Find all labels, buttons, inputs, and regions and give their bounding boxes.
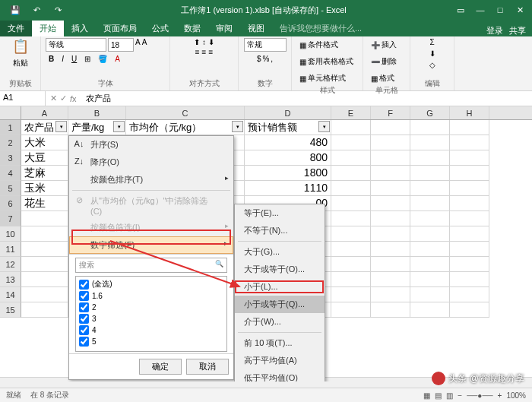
share-button[interactable]: 共享 — [509, 25, 526, 36]
ok-button[interactable]: 确定 — [139, 359, 182, 375]
cell[interactable] — [331, 287, 371, 302]
fx-icon[interactable]: fx — [70, 94, 77, 103]
cell[interactable]: 480 — [245, 135, 331, 150]
col-header[interactable]: B — [68, 106, 126, 119]
number-filter-item[interactable]: 数字筛选(F) — [69, 236, 233, 254]
row-header[interactable]: 3 — [0, 150, 21, 166]
cell[interactable] — [410, 166, 450, 181]
tab-view[interactable]: 视图 — [240, 21, 272, 36]
cell[interactable] — [21, 272, 68, 287]
cell[interactable]: 1800 — [245, 166, 331, 181]
cell[interactable] — [331, 226, 371, 242]
tab-data[interactable]: 数据 — [176, 21, 208, 36]
cell[interactable] — [450, 272, 489, 287]
col-header[interactable]: E — [331, 106, 371, 119]
select-all-corner[interactable] — [0, 106, 21, 119]
column-header-cell[interactable]: 农产品▾ — [21, 120, 68, 135]
less-eq-item[interactable]: 小于或等于(Q)... — [235, 296, 325, 313]
cell[interactable] — [410, 135, 450, 150]
filter-dropdown-icon[interactable]: ▾ — [232, 121, 243, 132]
col-header[interactable]: C — [126, 106, 245, 119]
row-header[interactable]: 2 — [0, 135, 21, 150]
cell[interactable] — [410, 272, 450, 287]
cell[interactable] — [331, 242, 371, 257]
spreadsheet-grid[interactable]: ABCDEFGH 1234567101112131415 农产品▾产量/kg▾市… — [0, 106, 532, 381]
align-mid-icon[interactable]: ↕ — [202, 38, 206, 46]
clear-icon[interactable]: ◇ — [429, 61, 435, 69]
cell[interactable] — [410, 150, 450, 166]
cell[interactable] — [371, 150, 410, 166]
checkbox[interactable] — [79, 280, 89, 290]
cell[interactable] — [450, 196, 489, 211]
cell[interactable] — [371, 302, 410, 318]
checkbox[interactable] — [79, 337, 89, 347]
cancel-button[interactable]: 取消 — [186, 359, 229, 375]
maximize-icon[interactable]: □ — [491, 2, 509, 17]
cell[interactable] — [410, 120, 450, 135]
cell[interactable] — [410, 257, 450, 272]
align-center-icon[interactable]: ≡ — [202, 48, 207, 56]
cell[interactable] — [331, 120, 371, 135]
font-name-combo[interactable]: 等线 — [46, 38, 106, 52]
cell[interactable]: 800 — [245, 150, 331, 166]
row-header[interactable]: 7 — [0, 211, 21, 226]
zoom-level[interactable]: 100% — [506, 391, 526, 400]
cell[interactable] — [331, 135, 371, 150]
delete-cells-button[interactable]: ➖删除 — [368, 55, 400, 68]
tab-file[interactable]: 文件 — [0, 21, 32, 36]
bold-button[interactable]: B — [46, 53, 57, 65]
cell[interactable] — [450, 181, 489, 196]
column-header-cell[interactable]: 产量/kg▾ — [68, 120, 126, 135]
filter-check-item[interactable]: 3 — [78, 313, 225, 324]
col-header[interactable]: F — [371, 106, 410, 119]
name-box[interactable]: A1 — [0, 91, 46, 106]
cell[interactable] — [410, 226, 450, 242]
align-right-icon[interactable]: ≡ — [208, 48, 213, 56]
minimize-icon[interactable]: — — [471, 2, 489, 17]
tell-me[interactable]: 告诉我您想要做什么... — [272, 21, 369, 36]
ribbon-opts-icon[interactable]: ▭ — [451, 2, 470, 17]
below-avg-item[interactable]: 低于平均值(O) — [235, 369, 325, 381]
cell[interactable]: 玉米 — [21, 181, 68, 196]
col-header[interactable]: A — [21, 106, 68, 119]
cell[interactable] — [410, 196, 450, 211]
zoom-slider[interactable]: ──●── — [467, 391, 492, 400]
filter-check-item[interactable]: (全选) — [78, 278, 225, 290]
fill-color-icon[interactable]: 🪣 — [95, 53, 110, 65]
row-header[interactable]: 12 — [0, 257, 21, 272]
zoom-in-icon[interactable]: + — [498, 391, 502, 400]
decrease-font-icon[interactable]: A — [142, 38, 147, 52]
cell-style-button[interactable]: ▦单元格样式 — [296, 71, 349, 85]
align-left-icon[interactable]: ≡ — [195, 48, 200, 56]
formula-bar[interactable]: 农产品 — [81, 91, 532, 106]
cell[interactable] — [371, 272, 410, 287]
format-cells-button[interactable]: ▦格式 — [368, 71, 397, 85]
row-header[interactable]: 11 — [0, 242, 21, 257]
cell[interactable] — [410, 181, 450, 196]
column-header-cell[interactable]: 预计销售额▾ — [245, 120, 331, 135]
checkbox[interactable] — [79, 314, 89, 324]
zoom-out-icon[interactable]: − — [458, 391, 462, 400]
not-equals-item[interactable]: 不等于(N)... — [235, 222, 325, 239]
row-header[interactable]: 15 — [0, 302, 21, 318]
cell[interactable] — [450, 287, 489, 302]
cell[interactable] — [450, 226, 489, 242]
filter-check-item[interactable]: 5 — [78, 336, 225, 347]
enter-formula-icon[interactable]: ✓ — [60, 93, 67, 103]
cell[interactable]: 大豆 — [21, 150, 68, 166]
cell[interactable]: 1110 — [245, 181, 331, 196]
cell[interactable] — [21, 287, 68, 302]
cell[interactable] — [371, 166, 410, 181]
cell[interactable] — [371, 242, 410, 257]
cell[interactable]: 花生 — [21, 196, 68, 211]
cell[interactable] — [410, 302, 450, 318]
cell[interactable] — [450, 135, 489, 150]
close-icon[interactable]: ✕ — [511, 2, 529, 17]
equals-item[interactable]: 等于(E)... — [235, 204, 325, 222]
greater-eq-item[interactable]: 大于或等于(O)... — [235, 261, 325, 278]
login-link[interactable]: 登录 — [486, 25, 503, 36]
italic-button[interactable]: I — [59, 53, 67, 65]
row-header[interactable]: 14 — [0, 287, 21, 302]
cell[interactable] — [331, 272, 371, 287]
insert-cells-button[interactable]: ➕插入 — [368, 38, 400, 52]
